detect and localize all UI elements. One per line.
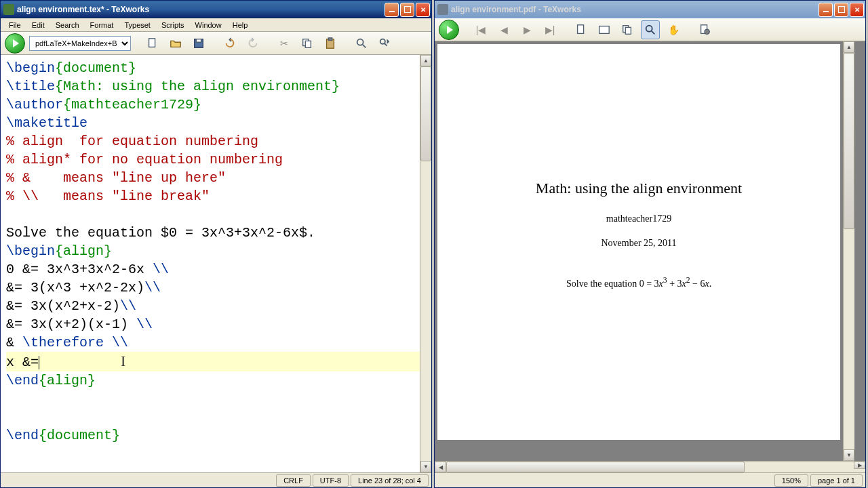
code-line[interactable]: Solve the equation $0 = 3x^3+3x^2-6x$. (6, 224, 420, 242)
last-page-button[interactable]: ▶| (540, 20, 559, 39)
pdf-scroll-up-button[interactable]: ▲ (844, 41, 854, 53)
new-file-button[interactable] (143, 34, 162, 53)
minimize-button[interactable] (384, 3, 399, 17)
code-line[interactable]: \end{align} (6, 371, 420, 390)
first-page-button[interactable]: |◀ (471, 20, 490, 39)
code-line[interactable]: \author{mathteacher1729} (6, 96, 420, 114)
code-line[interactable] (6, 408, 420, 426)
code-line[interactable]: &= 3x(x^2+x-2)\\ (6, 297, 420, 315)
editor-titlebar[interactable]: align environment.tex* - TeXworks (1, 1, 431, 18)
menu-format[interactable]: Format (85, 20, 119, 30)
scroll-down-button[interactable]: ▼ (420, 461, 431, 472)
pdf-typeset-button[interactable] (439, 20, 459, 40)
svg-rect-6 (328, 37, 332, 40)
undo-button[interactable] (220, 34, 239, 53)
next-page-button[interactable]: ▶ (517, 20, 536, 39)
code-line[interactable]: & \therefore \\ (6, 333, 420, 352)
redo-button[interactable] (243, 34, 262, 53)
editor-vscrollbar[interactable]: ▲ ▼ (420, 55, 431, 472)
pdf-hscroll-thumb[interactable] (446, 462, 745, 472)
svg-rect-4 (305, 41, 311, 47)
magnify-button[interactable] (641, 20, 660, 39)
rendered-date: November 25, 2011 (465, 238, 813, 249)
editor-title: align environment.tex* - TeXworks (17, 5, 384, 14)
pdf-close-button[interactable] (850, 3, 864, 17)
code-line[interactable]: % align* for no equation numbering (6, 150, 420, 169)
scroll-up-button[interactable]: ▲ (420, 55, 431, 66)
pdf-app-icon (437, 4, 448, 15)
fit-page-button[interactable] (595, 20, 614, 39)
zoom-indicator[interactable]: 150% (774, 474, 808, 487)
prev-page-button[interactable]: ◀ (494, 20, 513, 39)
code-line[interactable]: \maketitle (6, 114, 420, 132)
svg-point-15 (646, 25, 652, 31)
code-line[interactable]: &= 3x(x+2)(x-1) \\ (6, 315, 420, 333)
menu-help[interactable]: Help (227, 20, 254, 30)
menu-edit[interactable]: Edit (26, 20, 50, 30)
svg-rect-11 (578, 24, 584, 33)
pdf-minimize-button[interactable] (818, 3, 833, 17)
pdf-viewport[interactable]: Math: using the align environment mathte… (435, 41, 865, 461)
encoding-indicator[interactable]: UTF-8 (313, 474, 349, 487)
pdf-titlebar[interactable]: align environment.pdf - TeXworks (435, 1, 865, 18)
cut-button[interactable]: ✂ (275, 34, 294, 53)
pdf-settings-button[interactable] (695, 20, 714, 39)
open-file-button[interactable] (166, 34, 185, 53)
menu-window[interactable]: Window (190, 20, 227, 30)
menu-scripts[interactable]: Scripts (156, 20, 190, 30)
menu-search[interactable]: Search (50, 20, 85, 30)
fit-width-button[interactable] (572, 20, 591, 39)
save-file-button[interactable] (189, 34, 208, 53)
svg-line-10 (384, 43, 387, 46)
pdf-scroll-right-button[interactable]: ▶ (854, 462, 865, 469)
text-cursor (39, 356, 39, 369)
code-line[interactable]: \begin{align} (6, 242, 420, 260)
menu-typeset[interactable]: Typeset (119, 20, 156, 30)
svg-point-18 (705, 29, 709, 34)
code-line[interactable]: \end{document} (6, 426, 420, 445)
close-button[interactable] (416, 3, 430, 17)
code-line[interactable] (6, 390, 420, 408)
page-indicator[interactable]: page 1 of 1 (810, 474, 863, 487)
pdf-scroll-left-button[interactable]: ◀ (435, 462, 446, 472)
svg-rect-14 (625, 27, 631, 34)
rendered-body: Solve the equation 0 = 3x3 + 3x2 − 6x. (465, 276, 813, 289)
code-line[interactable]: % \\ means "line break" (6, 187, 420, 205)
pdf-scroll-down-button[interactable]: ▼ (844, 449, 854, 461)
code-line[interactable]: % & means "line up here" (6, 169, 420, 187)
maximize-button[interactable] (400, 3, 414, 17)
engine-select[interactable]: pdfLaTeX+MakeIndex+BibTeX (29, 36, 131, 51)
code-line[interactable] (6, 205, 420, 224)
code-line[interactable]: \begin{document} (6, 59, 420, 77)
actual-size-button[interactable] (618, 20, 637, 39)
paste-button[interactable] (321, 34, 340, 53)
copy-button[interactable] (298, 34, 317, 53)
code-line[interactable]: \title{Math: using the align environment… (6, 77, 420, 96)
svg-line-8 (363, 44, 366, 47)
rendered-author: mathteacher1729 (465, 214, 813, 224)
svg-rect-0 (149, 38, 155, 47)
pdf-hscrollbar[interactable]: ◀ ▶ (435, 461, 865, 472)
pdf-vscrollbar[interactable]: ▲ ▼ (843, 41, 854, 461)
code-line[interactable]: % align for equation numbering (6, 132, 420, 150)
svg-rect-12 (599, 26, 609, 33)
line-ending-indicator[interactable]: CRLF (276, 474, 311, 487)
scroll-thumb[interactable] (420, 66, 431, 161)
code-line[interactable]: &= 3(x^3 +x^2-2x)\\ (6, 279, 420, 297)
editor-window: align environment.tex* - TeXworks FileEd… (0, 0, 432, 488)
code-line[interactable]: 0 &= 3x^3+3x^2-6x \\ (6, 260, 420, 279)
rendered-title: Math: using the align environment (465, 180, 813, 197)
pan-button[interactable]: ✋ (664, 20, 683, 39)
code-line[interactable]: x &=I (6, 352, 420, 371)
svg-line-16 (652, 30, 655, 34)
pdf-scroll-thumb[interactable] (844, 53, 854, 229)
cursor-position-indicator: Line 23 of 28; col 4 (351, 474, 429, 487)
menubar: FileEditSearchFormatTypesetScriptsWindow… (1, 18, 431, 32)
pdf-maximize-button[interactable] (834, 3, 848, 17)
replace-button[interactable] (375, 34, 394, 53)
menu-file[interactable]: File (3, 20, 26, 30)
svg-point-9 (380, 39, 385, 43)
find-button[interactable] (352, 34, 371, 53)
typeset-button[interactable] (5, 33, 25, 54)
source-editor[interactable]: \begin{document}\title{Math: using the a… (1, 55, 420, 472)
